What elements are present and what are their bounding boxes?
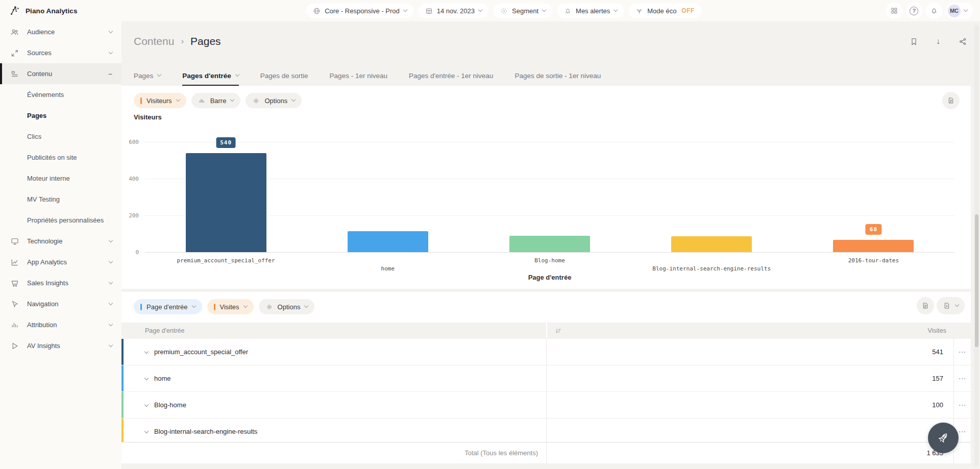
sidebar-item-evenements[interactable]: Événements bbox=[0, 84, 121, 105]
sidebar-item-clics[interactable]: Clics bbox=[0, 126, 121, 147]
chart-notes-button[interactable] bbox=[942, 92, 960, 109]
row-value: 96 bbox=[546, 418, 953, 445]
table-dimension-label: Page d'entrée bbox=[146, 303, 188, 311]
sidebar-item-contenu[interactable]: Contenu− bbox=[0, 63, 121, 84]
chart-type-selector[interactable]: Barre bbox=[191, 93, 241, 108]
bell-icon bbox=[930, 7, 938, 15]
x-axis-label: home bbox=[381, 265, 395, 272]
table-export-button[interactable] bbox=[937, 297, 965, 314]
table-row[interactable]: Blog-internal-search-engine-results96⋯ bbox=[121, 418, 971, 445]
tab-pages-d-entree[interactable]: Pages d'entrée bbox=[182, 65, 239, 86]
document-icon bbox=[947, 96, 955, 105]
sidebar-item-label: Contenu bbox=[27, 70, 101, 78]
sidebar-item-pages[interactable]: Pages bbox=[0, 105, 121, 126]
eco-mode-toggle[interactable]: Mode éco OFF bbox=[629, 4, 701, 18]
alerts-selector[interactable]: Mes alertes bbox=[557, 4, 624, 18]
site-selector-label: Core - Responsive - Prod bbox=[325, 7, 400, 15]
row-expand-chevron-icon[interactable] bbox=[144, 349, 149, 353]
chart-metric-label: Visiteurs bbox=[146, 97, 172, 105]
av-insights-icon bbox=[10, 341, 19, 351]
row-menu-button[interactable]: ⋯ bbox=[959, 374, 967, 383]
bar-value-badge: 68 bbox=[866, 224, 881, 235]
user-menu[interactable]: MC bbox=[946, 3, 973, 19]
breadcrumb: Contenu › Pages ↓ bbox=[134, 34, 968, 49]
brand[interactable]: Piano Analytics bbox=[0, 5, 121, 16]
piano-analytics-logo bbox=[9, 5, 20, 16]
sidebar-item-attribution[interactable]: Attribution bbox=[0, 314, 121, 335]
sidebar-item-publicites-on-site[interactable]: Publicités on site bbox=[0, 147, 121, 168]
table-options-button[interactable]: Options bbox=[259, 299, 315, 314]
table-dimension-selector[interactable]: Page d'entrée bbox=[134, 299, 202, 314]
total-value: 1 635 bbox=[546, 442, 953, 463]
date-label: 14 nov. 2023 bbox=[437, 7, 475, 15]
notifications-button[interactable] bbox=[926, 3, 942, 19]
date-picker[interactable]: 14 nov. 2023 bbox=[419, 4, 488, 18]
sidebar-item-navigation[interactable]: Navigation bbox=[0, 293, 121, 314]
sidebar-item-proprietes-personnalisees[interactable]: Propriétés personnalisées bbox=[0, 210, 121, 231]
bar-blog-home[interactable] bbox=[509, 236, 590, 252]
row-label: Blog-home bbox=[154, 401, 186, 409]
site-selector[interactable]: Core - Responsive - Prod bbox=[306, 4, 413, 18]
sources-icon bbox=[10, 48, 19, 58]
bar-blog-internal-search-engine-results[interactable] bbox=[671, 236, 752, 252]
sidebar-item-sources[interactable]: Sources bbox=[0, 42, 121, 63]
sidebar-item-app-analytics[interactable]: App Analytics bbox=[0, 252, 121, 273]
table-notes-button[interactable] bbox=[917, 297, 934, 314]
breadcrumb-parent[interactable]: Contenu bbox=[134, 35, 174, 47]
sidebar-item-moteur-interne[interactable]: Moteur interne bbox=[0, 168, 121, 189]
column-header-metric[interactable]: Visites bbox=[546, 323, 953, 339]
sidebar-item-audience[interactable]: Audience bbox=[0, 21, 121, 42]
tab-pages-de-sortie[interactable]: Pages de sortie bbox=[260, 65, 308, 86]
table-metric-selector[interactable]: Visites bbox=[207, 299, 254, 314]
tab-pages-de-sortie-1er-niveau[interactable]: Pages de sortie - 1er niveau bbox=[514, 65, 601, 86]
chart-metric-selector[interactable]: Visiteurs bbox=[134, 93, 186, 108]
row-expand-chevron-icon[interactable] bbox=[144, 402, 149, 406]
bookmark-button[interactable] bbox=[909, 36, 919, 46]
sidebar-item-sales-insights[interactable]: Sales Insights bbox=[0, 273, 121, 293]
tabs: PagesPages d'entréePages de sortiePages … bbox=[134, 65, 968, 86]
chart-options-button[interactable]: Options bbox=[246, 93, 302, 108]
page-scrollbar[interactable] bbox=[974, 24, 979, 466]
sidebar-item-mv-testing[interactable]: MV Testing bbox=[0, 189, 121, 210]
bar-chart-icon bbox=[198, 97, 206, 105]
tab-label: Pages d'entrée bbox=[182, 72, 231, 80]
sidebar-item-label: Clics bbox=[27, 133, 112, 140]
sidebar-item-technologie[interactable]: Technologie bbox=[0, 231, 121, 252]
gridline bbox=[145, 252, 954, 253]
row-menu-button[interactable]: ⋯ bbox=[959, 427, 967, 436]
row-value: 100 bbox=[546, 392, 953, 418]
bar-2016-tour-dates[interactable] bbox=[833, 240, 914, 252]
eco-mode-state: OFF bbox=[681, 7, 695, 14]
row-menu-button[interactable]: ⋯ bbox=[959, 348, 967, 357]
table-row[interactable]: home157⋯ bbox=[121, 365, 971, 392]
avatar: MC bbox=[948, 5, 961, 17]
apps-button[interactable] bbox=[886, 3, 902, 19]
top-bar: Piano Analytics Core - Responsive - Prod… bbox=[0, 0, 980, 21]
tab-pages-d-entree-1er-niveau[interactable]: Pages d'entrée - 1er niveau bbox=[409, 65, 493, 86]
tab-pages-1er-niveau[interactable]: Pages - 1er niveau bbox=[330, 65, 387, 86]
download-button[interactable]: ↓ bbox=[933, 36, 943, 46]
sales-insights-icon bbox=[10, 279, 19, 288]
globe-icon bbox=[313, 7, 321, 15]
sidebar-item-av-insights[interactable]: AV Insights bbox=[0, 335, 121, 356]
tab-pages[interactable]: Pages bbox=[134, 65, 161, 86]
sidebar-item-label: Technologie bbox=[27, 237, 102, 245]
column-header-dimension[interactable]: Page d'entrée bbox=[121, 327, 546, 334]
bar-home[interactable] bbox=[348, 231, 428, 252]
help-button[interactable]: ? bbox=[906, 3, 922, 19]
sort-descending-icon[interactable] bbox=[554, 327, 562, 335]
assistant-rocket-button[interactable] bbox=[928, 423, 959, 453]
table-row[interactable]: premium_account_special_offer541⋯ bbox=[121, 339, 971, 365]
row-expand-chevron-icon[interactable] bbox=[144, 376, 149, 380]
row-menu-button[interactable]: ⋯ bbox=[959, 401, 967, 410]
scrollbar-thumb[interactable] bbox=[975, 214, 978, 347]
table-row[interactable]: Blog-home100⋯ bbox=[121, 392, 971, 418]
chevron-down-icon bbox=[964, 8, 968, 12]
contenu-icon bbox=[10, 69, 19, 79]
share-button[interactable] bbox=[958, 36, 968, 46]
segment-selector[interactable]: Segment bbox=[494, 4, 552, 18]
bar-premium-account-special-offer[interactable] bbox=[186, 153, 266, 252]
row-expand-chevron-icon[interactable] bbox=[144, 429, 149, 433]
eco-mode-label: Mode éco bbox=[647, 7, 676, 15]
audience-icon bbox=[10, 28, 19, 37]
